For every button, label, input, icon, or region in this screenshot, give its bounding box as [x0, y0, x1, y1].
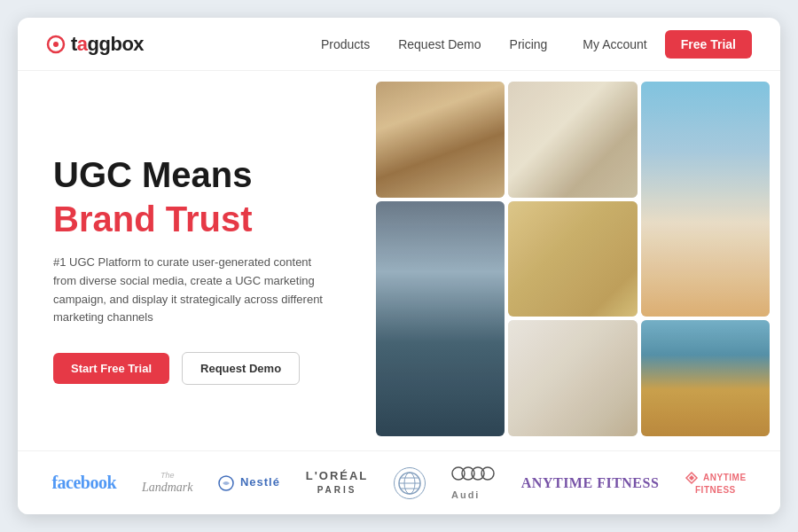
- nestle-logo: Nestlé: [218, 475, 280, 491]
- landmark-logo: The Landmark: [142, 471, 193, 496]
- brand-anytime-fitness: ANYTIMEFITNESS: [685, 471, 746, 496]
- photo-grid: [369, 71, 780, 450]
- browser-frame: taggbox Products Request Demo Pricing My…: [18, 18, 780, 514]
- brand-facebook: facebook: [51, 473, 116, 493]
- main-content: UGC Means Brand Trust #1 UGC Platform to…: [18, 71, 780, 450]
- brand-landmark: The Landmark: [142, 471, 193, 496]
- loreal-logo: L'ORÉALPARIS: [306, 470, 369, 496]
- un-logo: [394, 467, 426, 499]
- brand-loreal: L'ORÉALPARIS: [306, 470, 369, 496]
- brand-audi: Audi: [451, 465, 496, 502]
- svg-point-8: [452, 467, 465, 480]
- svg-point-10: [472, 467, 484, 480]
- brand-cadbury: ANYTIME FITNESS: [521, 475, 660, 491]
- svg-point-11: [481, 467, 494, 480]
- facebook-logo: facebook: [51, 473, 116, 493]
- svg-point-9: [462, 467, 474, 480]
- brand-nestle: Nestlé: [218, 475, 280, 491]
- brand-united-nations: [394, 467, 426, 499]
- cadbury-logo: ANYTIME FITNESS: [521, 475, 660, 491]
- audi-logo: Audi: [451, 465, 496, 502]
- anytime-fitness-logo: ANYTIMEFITNESS: [685, 471, 746, 496]
